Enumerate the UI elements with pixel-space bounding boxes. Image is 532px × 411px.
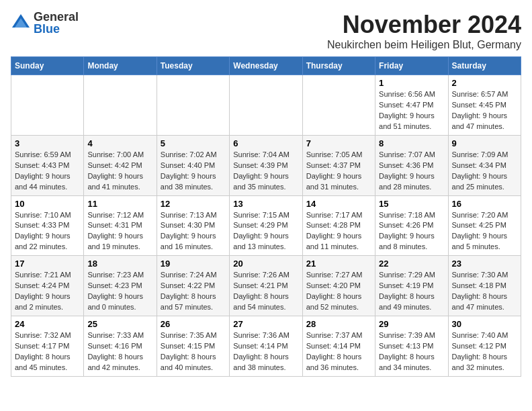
day-number: 9	[452, 138, 517, 148]
day-number: 8	[379, 138, 444, 148]
day-number: 12	[161, 199, 226, 209]
day-detail: Sunrise: 7:39 AM Sunset: 4:13 PM Dayligh…	[379, 330, 444, 373]
calendar-week-row: 1Sunrise: 6:56 AM Sunset: 4:47 PM Daylig…	[11, 75, 521, 136]
calendar-cell: 10Sunrise: 7:10 AM Sunset: 4:33 PM Dayli…	[11, 195, 84, 256]
calendar-cell: 24Sunrise: 7:32 AM Sunset: 4:17 PM Dayli…	[11, 316, 84, 377]
day-detail: Sunrise: 7:30 AM Sunset: 4:18 PM Dayligh…	[452, 270, 517, 313]
day-detail: Sunrise: 7:26 AM Sunset: 4:21 PM Dayligh…	[233, 270, 298, 313]
location-title: Neukirchen beim Heiligen Blut, Germany	[327, 39, 521, 51]
day-number: 4	[87, 138, 152, 148]
logo-blue-label: Blue	[34, 23, 79, 35]
day-detail: Sunrise: 7:29 AM Sunset: 4:19 PM Dayligh…	[379, 270, 444, 313]
day-detail: Sunrise: 7:15 AM Sunset: 4:29 PM Dayligh…	[233, 210, 298, 253]
calendar-week-row: 10Sunrise: 7:10 AM Sunset: 4:33 PM Dayli…	[11, 195, 521, 256]
day-detail: Sunrise: 7:13 AM Sunset: 4:30 PM Dayligh…	[161, 210, 226, 253]
day-number: 24	[15, 319, 80, 329]
day-number: 2	[452, 78, 517, 88]
weekday-header-thursday: Thursday	[302, 57, 375, 75]
calendar-cell	[11, 75, 84, 136]
calendar-cell: 28Sunrise: 7:37 AM Sunset: 4:14 PM Dayli…	[302, 316, 375, 377]
day-number: 7	[306, 138, 371, 148]
calendar-cell: 18Sunrise: 7:23 AM Sunset: 4:23 PM Dayli…	[84, 256, 157, 316]
logo-general-label: General	[34, 11, 79, 23]
day-detail: Sunrise: 7:10 AM Sunset: 4:33 PM Dayligh…	[15, 210, 80, 253]
day-detail: Sunrise: 7:05 AM Sunset: 4:37 PM Dayligh…	[306, 150, 371, 193]
calendar-cell: 14Sunrise: 7:17 AM Sunset: 4:28 PM Dayli…	[302, 195, 375, 256]
day-detail: Sunrise: 7:33 AM Sunset: 4:16 PM Dayligh…	[87, 330, 152, 373]
weekday-header-wednesday: Wednesday	[230, 57, 302, 75]
day-number: 30	[452, 319, 517, 329]
day-detail: Sunrise: 7:17 AM Sunset: 4:28 PM Dayligh…	[306, 210, 371, 253]
calendar-cell: 21Sunrise: 7:27 AM Sunset: 4:20 PM Dayli…	[302, 256, 375, 316]
page-header: General Blue November 2024 Neukirchen be…	[11, 11, 521, 51]
calendar-cell: 29Sunrise: 7:39 AM Sunset: 4:13 PM Dayli…	[375, 316, 448, 377]
day-detail: Sunrise: 7:04 AM Sunset: 4:39 PM Dayligh…	[233, 150, 298, 193]
calendar-cell: 15Sunrise: 7:18 AM Sunset: 4:26 PM Dayli…	[375, 195, 448, 256]
calendar-week-row: 24Sunrise: 7:32 AM Sunset: 4:17 PM Dayli…	[11, 316, 521, 377]
day-number: 5	[161, 138, 226, 148]
calendar-cell: 11Sunrise: 7:12 AM Sunset: 4:31 PM Dayli…	[84, 195, 157, 256]
day-detail: Sunrise: 7:21 AM Sunset: 4:24 PM Dayligh…	[15, 270, 80, 313]
day-detail: Sunrise: 7:40 AM Sunset: 4:12 PM Dayligh…	[452, 330, 517, 373]
calendar-cell: 13Sunrise: 7:15 AM Sunset: 4:29 PM Dayli…	[230, 195, 302, 256]
day-detail: Sunrise: 6:56 AM Sunset: 4:47 PM Dayligh…	[379, 89, 444, 132]
weekday-header-saturday: Saturday	[448, 57, 521, 75]
logo-text: General Blue	[34, 11, 79, 35]
day-detail: Sunrise: 7:09 AM Sunset: 4:34 PM Dayligh…	[452, 150, 517, 193]
calendar-cell	[157, 75, 229, 136]
day-detail: Sunrise: 7:24 AM Sunset: 4:22 PM Dayligh…	[161, 270, 226, 313]
day-detail: Sunrise: 7:20 AM Sunset: 4:25 PM Dayligh…	[452, 210, 517, 253]
calendar-cell: 7Sunrise: 7:05 AM Sunset: 4:37 PM Daylig…	[302, 135, 375, 195]
calendar-cell: 4Sunrise: 7:00 AM Sunset: 4:42 PM Daylig…	[84, 135, 157, 195]
calendar-week-row: 17Sunrise: 7:21 AM Sunset: 4:24 PM Dayli…	[11, 256, 521, 316]
month-title: November 2024	[327, 11, 521, 39]
logo: General Blue	[11, 11, 79, 35]
calendar-cell	[84, 75, 157, 136]
day-detail: Sunrise: 7:12 AM Sunset: 4:31 PM Dayligh…	[87, 210, 152, 253]
calendar-cell: 5Sunrise: 7:02 AM Sunset: 4:40 PM Daylig…	[157, 135, 229, 195]
day-number: 28	[306, 319, 371, 329]
day-detail: Sunrise: 7:18 AM Sunset: 4:26 PM Dayligh…	[379, 210, 444, 253]
day-number: 3	[15, 138, 80, 148]
day-number: 27	[233, 319, 298, 329]
calendar-cell: 16Sunrise: 7:20 AM Sunset: 4:25 PM Dayli…	[448, 195, 521, 256]
day-detail: Sunrise: 6:57 AM Sunset: 4:45 PM Dayligh…	[452, 89, 517, 132]
day-number: 16	[452, 199, 517, 209]
calendar-week-row: 3Sunrise: 6:59 AM Sunset: 4:43 PM Daylig…	[11, 135, 521, 195]
calendar-cell: 9Sunrise: 7:09 AM Sunset: 4:34 PM Daylig…	[448, 135, 521, 195]
logo-icon	[11, 13, 31, 33]
weekday-header-tuesday: Tuesday	[157, 57, 229, 75]
day-number: 6	[233, 138, 298, 148]
day-detail: Sunrise: 7:32 AM Sunset: 4:17 PM Dayligh…	[15, 330, 80, 373]
calendar-cell: 23Sunrise: 7:30 AM Sunset: 4:18 PM Dayli…	[448, 256, 521, 316]
calendar-cell: 1Sunrise: 6:56 AM Sunset: 4:47 PM Daylig…	[375, 75, 448, 136]
weekday-header-friday: Friday	[375, 57, 448, 75]
calendar-cell: 30Sunrise: 7:40 AM Sunset: 4:12 PM Dayli…	[448, 316, 521, 377]
day-detail: Sunrise: 7:35 AM Sunset: 4:15 PM Dayligh…	[161, 330, 226, 373]
day-detail: Sunrise: 7:37 AM Sunset: 4:14 PM Dayligh…	[306, 330, 371, 373]
day-number: 21	[306, 259, 371, 269]
day-detail: Sunrise: 7:36 AM Sunset: 4:14 PM Dayligh…	[233, 330, 298, 373]
day-number: 1	[379, 78, 444, 88]
calendar-cell	[230, 75, 302, 136]
calendar-cell: 6Sunrise: 7:04 AM Sunset: 4:39 PM Daylig…	[230, 135, 302, 195]
day-number: 15	[379, 199, 444, 209]
title-block: November 2024 Neukirchen beim Heiligen B…	[327, 11, 521, 51]
day-number: 14	[306, 199, 371, 209]
calendar-cell: 25Sunrise: 7:33 AM Sunset: 4:16 PM Dayli…	[84, 316, 157, 377]
day-detail: Sunrise: 7:00 AM Sunset: 4:42 PM Dayligh…	[87, 150, 152, 193]
day-number: 20	[233, 259, 298, 269]
calendar-cell: 22Sunrise: 7:29 AM Sunset: 4:19 PM Dayli…	[375, 256, 448, 316]
calendar-cell: 2Sunrise: 6:57 AM Sunset: 4:45 PM Daylig…	[448, 75, 521, 136]
calendar-cell: 3Sunrise: 6:59 AM Sunset: 4:43 PM Daylig…	[11, 135, 84, 195]
weekday-header-monday: Monday	[84, 57, 157, 75]
calendar-cell: 20Sunrise: 7:26 AM Sunset: 4:21 PM Dayli…	[230, 256, 302, 316]
day-number: 26	[161, 319, 226, 329]
day-number: 13	[233, 199, 298, 209]
day-detail: Sunrise: 7:07 AM Sunset: 4:36 PM Dayligh…	[379, 150, 444, 193]
day-detail: Sunrise: 7:02 AM Sunset: 4:40 PM Dayligh…	[161, 150, 226, 193]
day-number: 22	[379, 259, 444, 269]
calendar-cell: 19Sunrise: 7:24 AM Sunset: 4:22 PM Dayli…	[157, 256, 229, 316]
calendar-cell: 26Sunrise: 7:35 AM Sunset: 4:15 PM Dayli…	[157, 316, 229, 377]
day-number: 29	[379, 319, 444, 329]
